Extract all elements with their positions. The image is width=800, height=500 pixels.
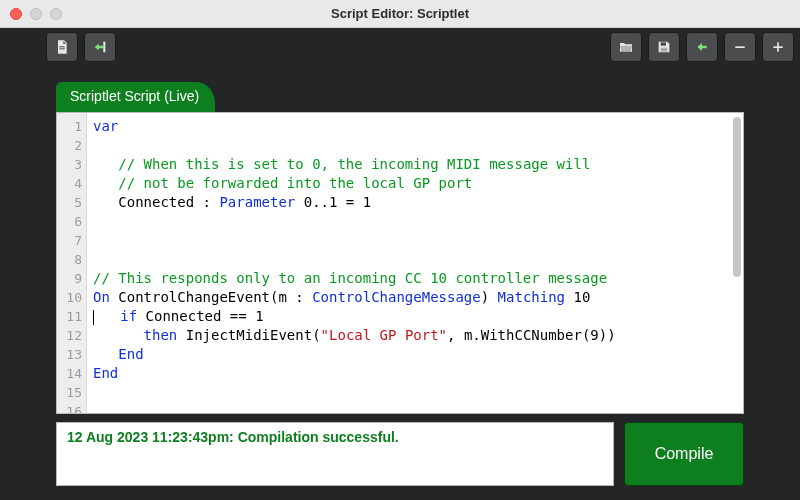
svg-rect-5 bbox=[735, 46, 744, 48]
line-number: 11 bbox=[57, 307, 82, 326]
code-line[interactable]: var bbox=[93, 117, 735, 136]
save-button[interactable] bbox=[648, 32, 680, 62]
save-icon bbox=[656, 39, 672, 55]
line-number: 13 bbox=[57, 345, 82, 364]
text-caret bbox=[93, 310, 94, 325]
new-script-button[interactable] bbox=[46, 32, 78, 62]
line-number: 15 bbox=[57, 383, 82, 402]
line-number: 10 bbox=[57, 288, 82, 307]
minimize-window-button[interactable] bbox=[30, 8, 42, 20]
code-line[interactable]: Connected : Parameter 0..1 = 1 bbox=[93, 193, 735, 212]
open-button[interactable] bbox=[610, 32, 642, 62]
line-number: 3 bbox=[57, 155, 82, 174]
window-titlebar: Script Editor: Scriptlet bbox=[0, 0, 800, 28]
code-line[interactable]: // This responds only to an incoming CC … bbox=[93, 269, 735, 288]
zoom-window-button[interactable] bbox=[50, 8, 62, 20]
code-line[interactable] bbox=[93, 250, 735, 269]
window-controls bbox=[10, 8, 62, 20]
code-editor[interactable]: 12345678910111213141516 var // When this… bbox=[56, 112, 744, 414]
line-number: 8 bbox=[57, 250, 82, 269]
code-line[interactable]: // When this is set to 0, the incoming M… bbox=[93, 155, 735, 174]
line-number: 1 bbox=[57, 117, 82, 136]
close-window-button[interactable] bbox=[10, 8, 22, 20]
code-line[interactable]: if Connected == 1 bbox=[93, 307, 735, 326]
code-line[interactable]: On ControlChangeEvent(m : ControlChangeM… bbox=[93, 288, 735, 307]
line-number: 12 bbox=[57, 326, 82, 345]
status-message: 12 Aug 2023 11:23:43pm: Compilation succ… bbox=[56, 422, 614, 486]
line-number: 5 bbox=[57, 193, 82, 212]
arrow-into-doc-icon bbox=[92, 39, 108, 55]
editor-toolbar bbox=[46, 32, 794, 66]
svg-rect-0 bbox=[59, 46, 64, 47]
code-line[interactable] bbox=[93, 212, 735, 231]
svg-rect-4 bbox=[661, 48, 668, 52]
minus-icon bbox=[732, 39, 748, 55]
export-arrow-icon bbox=[694, 39, 710, 55]
editor-scrollbar[interactable] bbox=[733, 117, 741, 277]
code-line[interactable] bbox=[93, 402, 735, 414]
add-button[interactable] bbox=[762, 32, 794, 62]
code-line[interactable] bbox=[93, 136, 735, 155]
line-number: 4 bbox=[57, 174, 82, 193]
run-button[interactable] bbox=[686, 32, 718, 62]
file-text-icon bbox=[54, 39, 70, 55]
code-area[interactable]: var // When this is set to 0, the incomi… bbox=[87, 113, 743, 413]
code-line[interactable] bbox=[93, 231, 735, 250]
code-line[interactable]: End bbox=[93, 345, 735, 364]
apply-script-button[interactable] bbox=[84, 32, 116, 62]
code-line[interactable]: End bbox=[93, 364, 735, 383]
line-number: 7 bbox=[57, 231, 82, 250]
window-title: Script Editor: Scriptlet bbox=[0, 6, 800, 21]
svg-rect-2 bbox=[103, 42, 105, 53]
line-number: 14 bbox=[57, 364, 82, 383]
editor-footer: 12 Aug 2023 11:23:43pm: Compilation succ… bbox=[56, 422, 744, 486]
compile-button[interactable]: Compile bbox=[624, 422, 744, 486]
folder-open-icon bbox=[618, 39, 634, 55]
plus-icon bbox=[770, 39, 786, 55]
line-number: 6 bbox=[57, 212, 82, 231]
line-number: 2 bbox=[57, 136, 82, 155]
line-number: 16 bbox=[57, 402, 82, 414]
svg-rect-1 bbox=[59, 48, 64, 49]
editor-panel: Scriptlet Script (Live) 1234567891011121… bbox=[56, 82, 744, 486]
line-number: 9 bbox=[57, 269, 82, 288]
svg-rect-3 bbox=[661, 42, 666, 45]
line-number-gutter: 12345678910111213141516 bbox=[57, 113, 87, 413]
tab-scriptlet-live[interactable]: Scriptlet Script (Live) bbox=[56, 82, 215, 112]
svg-rect-7 bbox=[777, 42, 779, 51]
code-line[interactable]: then InjectMidiEvent("Local GP Port", m.… bbox=[93, 326, 735, 345]
remove-button[interactable] bbox=[724, 32, 756, 62]
code-line[interactable]: // not be forwarded into the local GP po… bbox=[93, 174, 735, 193]
code-line[interactable] bbox=[93, 383, 735, 402]
tab-row: Scriptlet Script (Live) bbox=[56, 82, 744, 112]
